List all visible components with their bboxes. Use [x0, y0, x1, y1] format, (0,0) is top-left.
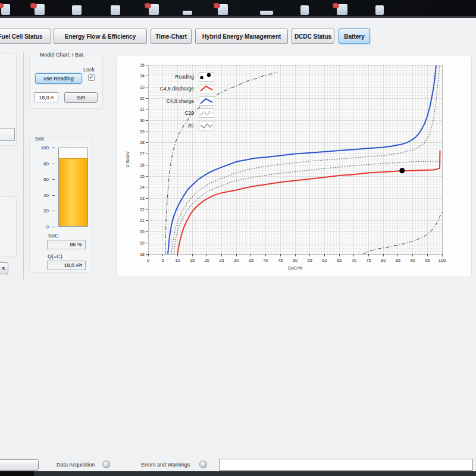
gauge-tick — [52, 179, 55, 180]
svg-text:35: 35 — [249, 258, 253, 263]
gauge-tick — [52, 195, 55, 196]
svg-text:80: 80 — [381, 258, 386, 263]
status-partial-button[interactable] — [0, 459, 39, 471]
q-value-indicator: 18,0 Ah — [47, 261, 86, 270]
left-partial-button-label: s — [2, 265, 5, 271]
svg-text:25: 25 — [140, 174, 145, 179]
x-axis-label: SoC/% — [288, 265, 303, 271]
tab-label: Battery — [344, 33, 364, 40]
gauge-tick — [52, 164, 55, 164]
left-partial-button[interactable]: s — [0, 262, 8, 274]
svg-text:45: 45 — [278, 258, 283, 263]
battery-chart-container: 0510152025303540455055606570758085909510… — [117, 55, 472, 277]
svg-text:30: 30 — [234, 258, 239, 263]
legend-label: C4,8 charge — [133, 98, 199, 104]
svg-text:20: 20 — [140, 229, 145, 234]
taskbar-app-icon[interactable] — [183, 11, 192, 15]
current-setpoint-field[interactable]: 18,0 A — [35, 92, 58, 102]
soc-value-text: 86 % — [70, 242, 82, 248]
status-bar: Data Acquisition Errors and Warnings — [0, 455, 476, 472]
soc-tank — [58, 148, 88, 227]
svg-text:23: 23 — [140, 196, 145, 201]
legend-item-c4-8-discharge[interactable]: C4,8 discharge — [133, 84, 214, 94]
taskbar-app-icon[interactable] — [337, 4, 347, 15]
svg-text:50: 50 — [293, 258, 298, 263]
svg-text:35: 35 — [140, 62, 145, 68]
current-setpoint-value: 18,0 A — [39, 95, 54, 101]
svg-text:70: 70 — [352, 258, 356, 263]
tab-dcdc-status[interactable]: DCDC Status — [292, 29, 334, 44]
tab-fuel-cell-status[interactable]: Fuel Cell Status — [0, 29, 51, 44]
line-blue-icon — [199, 96, 214, 106]
legend-label: 2C — [133, 123, 199, 129]
taskbar-app-icon[interactable] — [1, 4, 10, 15]
data-acquisition-led-icon — [102, 461, 110, 468]
svg-text:75: 75 — [366, 258, 371, 263]
gauge-tick-label: 80 — [38, 161, 49, 167]
svg-text:85: 85 — [396, 258, 400, 263]
svg-text:5: 5 — [162, 258, 164, 263]
left-partial-field[interactable] — [0, 128, 15, 141]
svg-text:27: 27 — [140, 151, 145, 156]
taskbar-app-icon[interactable] — [149, 4, 159, 15]
taskbar-app-icon[interactable] — [35, 4, 45, 15]
status-message-input[interactable] — [219, 459, 473, 471]
notification-dot-icon — [0, 3, 4, 8]
tab-label: Energy Flow & Efficiency — [65, 33, 136, 40]
bottom-window-edge — [0, 471, 476, 476]
taskbar-app-icon[interactable] — [111, 5, 120, 15]
legend-label: C20 — [133, 110, 199, 116]
use-reading-label: use Reading — [43, 76, 74, 82]
use-reading-button[interactable]: use Reading — [35, 73, 82, 84]
gauge-tick — [52, 148, 55, 148]
svg-text:65: 65 — [337, 258, 342, 263]
tab-battery[interactable]: Battery — [339, 29, 370, 44]
line-red-icon — [199, 84, 214, 93]
taskbar-app-icon[interactable] — [375, 5, 384, 15]
svg-text:26: 26 — [140, 162, 145, 168]
taskbar-app-icon[interactable] — [260, 11, 273, 15]
lock-checkbox[interactable]: ✔ — [88, 74, 95, 81]
legend-item-reading[interactable]: Reading — [133, 71, 214, 82]
legend-item-c20[interactable]: C20 — [133, 108, 214, 118]
tab-label: DCDC Status — [295, 33, 331, 40]
tab-label: Time-Chart — [155, 33, 187, 40]
svg-text:18: 18 — [140, 252, 145, 257]
svg-text:20: 20 — [205, 258, 209, 263]
legend-item-c4-8-charge[interactable]: C4,8 charge — [133, 96, 214, 106]
taskbar-app-icon[interactable] — [300, 5, 309, 15]
notification-dot-icon — [214, 3, 220, 8]
svg-text:15: 15 — [190, 258, 195, 263]
tab-time-chart[interactable]: Time-Chart — [151, 29, 192, 44]
q-label: Q(=C) — [48, 253, 62, 259]
gauge-tick — [52, 211, 55, 211]
left-partial-groupbox-bottom — [0, 196, 17, 257]
model-chart-group: Model Chart: I Bat use Reading Lock ✔ 18… — [29, 55, 103, 109]
gauge-tick-label: 20 — [38, 208, 49, 214]
tab-label: Hybrid Energy Management — [202, 33, 281, 40]
legend-label: Reading — [133, 74, 199, 80]
soc-group: Soc 100806040200 SoC 86 % Q(=C) 18,0 Ah — [29, 139, 92, 273]
taskbar-app-icon[interactable] — [218, 4, 228, 15]
gauge-tick-label: 60 — [38, 177, 49, 182]
svg-text:21: 21 — [140, 218, 145, 223]
errors-warnings-label: Errors and Warnings — [141, 462, 190, 468]
notification-dot-icon — [30, 3, 37, 8]
set-button-label: Set — [77, 95, 85, 101]
svg-text:24: 24 — [140, 184, 145, 190]
svg-text:10: 10 — [175, 258, 180, 263]
panel-divider — [23, 52, 24, 280]
scatter-black-icon — [199, 72, 214, 82]
svg-text:90: 90 — [410, 258, 415, 263]
reading-point — [399, 168, 405, 173]
errors-warnings-led-icon — [199, 461, 207, 468]
tab-energy-flow-efficiency[interactable]: Energy Flow & Efficiency — [54, 29, 147, 44]
svg-text:0: 0 — [147, 258, 149, 263]
gauge-tick-label: 40 — [38, 193, 49, 198]
q-value-text: 18,0 Ah — [64, 262, 82, 268]
tab-hybrid-energy-management[interactable]: Hybrid Energy Management — [195, 29, 288, 44]
set-button[interactable]: Set — [64, 92, 98, 103]
svg-text:95: 95 — [425, 258, 430, 263]
legend-item-2c[interactable]: 2C — [133, 120, 214, 130]
taskbar-app-icon[interactable] — [72, 5, 82, 15]
